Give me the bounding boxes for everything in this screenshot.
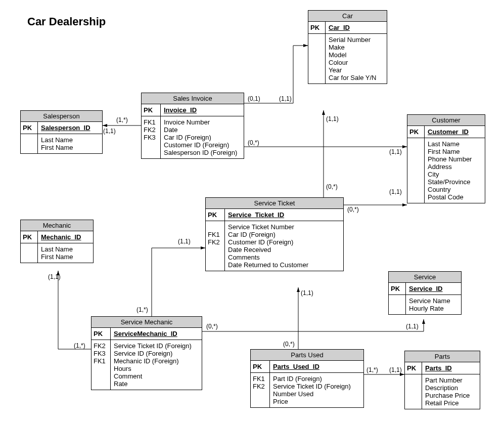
attr: Part Number [425, 376, 477, 384]
attr: Service ID (Foreign) [114, 350, 199, 357]
pk-value: Mechanic_ID [41, 233, 81, 241]
card-sm-svc-b: (1,1) [406, 323, 419, 330]
card-pu-p-b: (1,1) [389, 366, 402, 373]
fk-label: FK1 [208, 231, 222, 238]
attr: Service Ticket Number [228, 223, 340, 231]
entity-customer: Customer PK Customer_ID Last Name First … [407, 114, 485, 203]
fk-label: FK1 [144, 118, 158, 126]
card-si-car-a: (0,1) [248, 95, 260, 102]
entity-header: Car [308, 11, 387, 22]
entity-header: Parts [405, 351, 480, 362]
pk-label: PK [409, 128, 422, 136]
attr: Number Used [273, 390, 360, 398]
entity-parts: Parts PK Parts_ID Part Number Descriptio… [404, 351, 480, 409]
card-sm-st-b: (1,1) [178, 238, 191, 245]
entity-partsused: Parts Used PK Parts_Used_ID FK1 FK2 Part… [250, 349, 364, 408]
attr: Car for Sale Y/N [329, 74, 384, 81]
card-car-st: (1,1) [326, 115, 339, 122]
attr: City [428, 171, 482, 178]
pk-value: Customer_ID [428, 128, 469, 136]
pk-value: Service_ID [409, 285, 443, 292]
attr: Comment [114, 372, 199, 380]
card-pu-st-a: (0,*) [283, 341, 295, 348]
attr: Address [428, 163, 482, 171]
entity-service: Service PK Service_ID Service Name Hourl… [388, 271, 462, 315]
attr: Serial Number [329, 36, 384, 44]
pk-label: PK [23, 233, 35, 241]
attr: Part ID (Foreign) [273, 375, 360, 383]
attr: Model [329, 51, 384, 59]
card-sm-mech-a: (1,*) [74, 342, 85, 349]
pk-value: Salesperson_ID [41, 124, 90, 132]
attr: Phone Number [428, 155, 482, 163]
card-st-car: (0,*) [326, 183, 338, 190]
attr: Date [164, 126, 241, 134]
pk-label: PK [310, 24, 323, 31]
pk-value: Car_ID [329, 24, 350, 31]
attr: Customer ID (Foreign) [228, 238, 340, 246]
pk-value: ServiceMechanic_ID [114, 330, 177, 337]
card-sm-svc-a: (0,*) [206, 323, 218, 330]
attr: Service Name [409, 297, 458, 305]
card-st-cust-b: (1,1) [389, 188, 402, 195]
attr: State/Province [428, 178, 482, 186]
attr: Car ID (Foreign) [228, 231, 340, 238]
attr: Year [329, 66, 384, 74]
attr: Price [273, 398, 360, 405]
attr: Last Name [428, 140, 482, 148]
card-si-cust-b: (1,1) [389, 148, 402, 155]
entity-car: Car PK Car_ID Serial Number Make Model C… [308, 10, 387, 84]
fk-label: FK3 [144, 134, 158, 141]
attr: Rate [114, 380, 199, 388]
pk-label: PK [253, 363, 267, 370]
entity-salesperson: Salesperson PK Salesperson_ID Last Name … [20, 110, 103, 154]
attr: Retail Price [425, 399, 477, 407]
fk-label: FK2 [94, 342, 108, 350]
attr: Hours [114, 365, 199, 372]
entity-header: Service Ticket [206, 198, 343, 209]
pk-value: Service_Ticket_ID [228, 211, 284, 219]
entity-header: Service [389, 272, 461, 283]
fk-label: FK1 [94, 357, 108, 365]
fk-label: FK1 [253, 375, 267, 383]
pk-label: PK [144, 106, 158, 114]
card-sm-mech-b: (1,1) [48, 273, 61, 280]
attr: Description [425, 384, 477, 392]
attr: Customer ID (Foreign) [164, 141, 241, 149]
pk-value: Parts_Used_ID [273, 363, 319, 370]
attr: Last Name [41, 136, 99, 144]
entity-header: Mechanic [21, 220, 93, 231]
attr: Service Ticket ID (Foreign) [273, 383, 360, 390]
pk-label: PK [23, 124, 35, 132]
card-si-sp-a: (1,*) [116, 116, 128, 123]
attr: Last Name [41, 245, 90, 253]
card-si-sp-b: (1,1) [103, 128, 116, 135]
pk-label: PK [208, 211, 222, 219]
pk-value: Parts_ID [425, 364, 452, 372]
attr: Postal Code [428, 193, 482, 201]
fk-label: FK2 [208, 238, 222, 246]
attr: Invoice Number [164, 118, 241, 126]
fk-label: FK2 [253, 383, 267, 390]
attr: Car ID (Foreign) [164, 134, 241, 141]
attr: First Name [428, 148, 482, 155]
attr: Colour [329, 59, 384, 66]
attr: Country [428, 186, 482, 193]
card-sm-st-a: (1,*) [136, 306, 148, 313]
attr: Comments [228, 254, 340, 261]
pk-label: PK [391, 285, 403, 292]
attr: Date Received [228, 246, 340, 254]
attr: Hourly Rate [409, 305, 458, 312]
entity-header: Sales Invoice [142, 93, 244, 104]
card-st-cust-a: (0,*) [347, 206, 359, 213]
attr: Make [329, 44, 384, 51]
fk-label: FK2 [144, 126, 158, 134]
attr: Service Ticket ID (Foreign) [114, 342, 199, 350]
fk-label [208, 223, 222, 231]
pk-value: Invoice_ID [164, 106, 197, 114]
entity-header: Service Mechanic [91, 317, 202, 328]
pk-label: PK [407, 364, 420, 372]
entity-header: Salesperson [21, 111, 102, 122]
card-si-car-b: (1,1) [279, 95, 292, 102]
card-pu-p-a: (1,*) [366, 366, 378, 373]
